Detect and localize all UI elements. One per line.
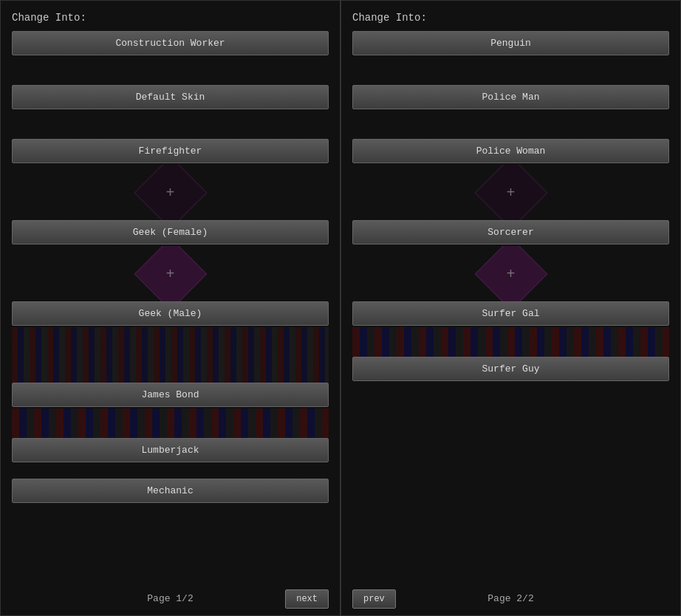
left-panel: Change Into: Construction Worker Default… bbox=[0, 0, 340, 616]
plus-icon-1: + bbox=[165, 184, 174, 201]
stripe-bg-1 bbox=[12, 327, 329, 383]
btn-mechanic[interactable]: Mechanic bbox=[12, 479, 329, 503]
left-buttons-list: Construction Worker Default Skin Firefig… bbox=[12, 31, 329, 587]
spacer-2 bbox=[12, 111, 329, 139]
btn-james-bond[interactable]: James Bond bbox=[12, 383, 329, 407]
btn-police-man[interactable]: Police Man bbox=[352, 85, 669, 109]
right-page-row: prev Page 2/2 bbox=[352, 587, 669, 608]
right-panel: Change Into: Penguin Police Man Police W… bbox=[340, 0, 681, 616]
spacer-r2 bbox=[352, 111, 669, 139]
right-panel-title: Change Into: bbox=[352, 12, 669, 24]
next-button[interactable]: next bbox=[285, 589, 329, 609]
btn-lumberjack[interactable]: Lumberjack bbox=[12, 438, 329, 462]
left-page-label: Page 1/2 bbox=[147, 593, 193, 604]
btn-construction-worker[interactable]: Construction Worker bbox=[12, 31, 329, 55]
plus-icon-r1: + bbox=[506, 184, 515, 201]
right-buttons-list: Penguin Police Man Police Woman + Sorcer… bbox=[352, 31, 669, 587]
btn-geek-female[interactable]: Geek (Female) bbox=[12, 220, 329, 244]
spacer-r1 bbox=[352, 57, 669, 85]
stripe-area-r2 bbox=[352, 327, 669, 357]
spacer-1 bbox=[12, 57, 329, 85]
left-panel-title: Change Into: bbox=[12, 12, 329, 24]
btn-sorcerer[interactable]: Sorcerer bbox=[352, 220, 669, 244]
graphic-area-r1: + bbox=[352, 165, 669, 220]
spacer-bottom bbox=[352, 383, 669, 587]
plus-icon-2: + bbox=[165, 265, 174, 282]
graphic-area-1: + bbox=[12, 165, 329, 220]
stripe-area-2 bbox=[12, 327, 329, 383]
left-page-row: Page 1/2 next bbox=[12, 587, 329, 608]
stripe-area-r1: + bbox=[352, 246, 669, 301]
stripe-area-1: + bbox=[12, 246, 329, 301]
prev-button[interactable]: prev bbox=[352, 589, 396, 609]
btn-surfer-gal[interactable]: Surfer Gal bbox=[352, 301, 669, 326]
btn-penguin[interactable]: Penguin bbox=[352, 31, 669, 55]
spacer-3 bbox=[12, 464, 329, 479]
btn-police-woman[interactable]: Police Woman bbox=[352, 139, 669, 163]
right-page-label: Page 2/2 bbox=[487, 593, 533, 604]
stripe-area-3 bbox=[12, 408, 329, 438]
btn-firefighter[interactable]: Firefighter bbox=[12, 139, 329, 163]
btn-geek-male[interactable]: Geek (Male) bbox=[12, 301, 329, 326]
btn-surfer-guy[interactable]: Surfer Guy bbox=[352, 357, 669, 381]
plus-icon-r2: + bbox=[506, 265, 515, 282]
btn-default-skin[interactable]: Default Skin bbox=[12, 85, 329, 109]
